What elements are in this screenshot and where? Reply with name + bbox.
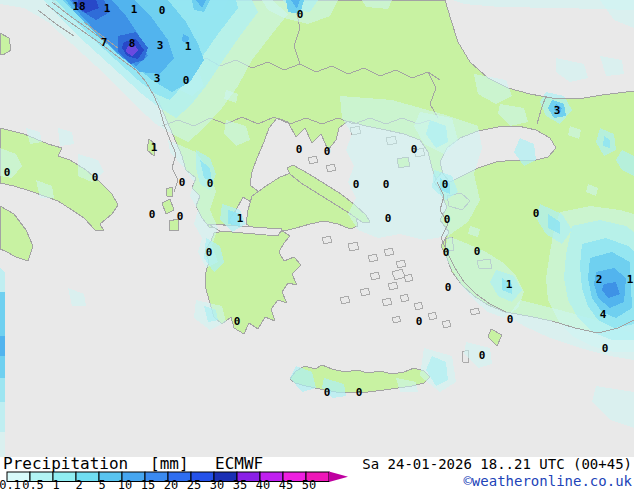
precip-value-label: 2: [596, 273, 603, 286]
precip-value-label: 1: [627, 273, 634, 286]
legend-tick-label: 40: [256, 478, 270, 490]
precip-value-label: 1: [506, 278, 513, 291]
legend-tick-label: 5: [98, 478, 105, 490]
precip-value-label: 0: [177, 210, 184, 223]
precip-value-label: 0: [179, 176, 186, 189]
legend-tick-label: 25: [187, 478, 201, 490]
legend-model: ECMWF: [215, 457, 263, 473]
precip-value-label: 0: [324, 386, 331, 399]
legend-tick-label: 15: [141, 478, 155, 490]
precipitation-map: 1811007831303100000000000001000002110400…: [0, 0, 634, 457]
precip-value-label: 0: [297, 8, 304, 21]
precip-value-label: 0: [183, 74, 190, 87]
legend-tick-label: 10: [118, 478, 132, 490]
precip-value-label: 0: [445, 281, 452, 294]
precip-value-label: 0: [206, 246, 213, 259]
precip-value-label: 0: [234, 315, 241, 328]
precip-value-label: 0: [383, 178, 390, 191]
precip-value-label: 0: [353, 178, 360, 191]
legend-tick-label: 35: [233, 478, 247, 490]
weather-map-page: 1811007831303100000000000001000002110400…: [0, 0, 634, 490]
precip-value-label: 0: [4, 166, 11, 179]
copyright-text: ©weatheronline.co.uk: [463, 473, 632, 489]
precip-value-label: 0: [479, 349, 486, 362]
precip-value-label: 0: [324, 145, 331, 158]
precip-value-label: 1: [185, 40, 192, 53]
precip-value-label: 0: [207, 177, 214, 190]
precip-value-label: 1: [237, 212, 244, 225]
precip-value-label: 1: [131, 3, 138, 16]
precip-value-label: 0: [159, 4, 166, 17]
precip-value-label: 0: [296, 143, 303, 156]
legend-tick-label: 50: [302, 478, 316, 490]
precip-value-label: 0: [356, 386, 363, 399]
precip-value-label: 3: [554, 104, 561, 117]
legend-footer: Precipitation [mm] ECMWF 0.10.5125101520…: [0, 457, 634, 490]
precip-value-label: 3: [154, 72, 161, 85]
precip-value-label: 18: [72, 0, 85, 13]
forecast-datetime: Sa 24-01-2026 18..21 UTC (00+45): [362, 457, 632, 472]
legend-tick-label: 0.1: [0, 478, 21, 490]
precip-value-label: 4: [600, 308, 607, 321]
precip-value-label: 0: [507, 313, 514, 326]
precip-value-label: 7: [101, 36, 108, 49]
legend-tick-label: 30: [210, 478, 224, 490]
precip-value-label: 0: [533, 207, 540, 220]
precip-value-label: 0: [444, 213, 451, 226]
precip-value-label: 0: [443, 246, 450, 259]
legend-tick-label: 45: [279, 478, 293, 490]
precip-value-label: 8: [129, 37, 136, 50]
precip-value-label: 1: [104, 2, 111, 15]
legend-tick-label: 20: [164, 478, 178, 490]
precip-value-label: 0: [474, 245, 481, 258]
precip-value-label: 3: [157, 39, 164, 52]
precip-value-label: 0: [411, 143, 418, 156]
precip-value-label: 0: [442, 178, 449, 191]
legend-tick-label: 1: [52, 478, 59, 490]
precip-value-label: 0: [385, 212, 392, 225]
island-lefkada: [166, 187, 173, 196]
legend-tick-label: 0.5: [22, 478, 44, 490]
legend-title: Precipitation: [3, 457, 128, 473]
precip-value-label: 0: [602, 342, 609, 355]
legend-tick-label: 2: [75, 478, 82, 490]
precip-value-label: 0: [149, 208, 156, 221]
precip-value-label: 1: [151, 141, 158, 154]
legend-unit: [mm]: [150, 457, 189, 473]
precip-value-label: 0: [416, 315, 423, 328]
precip-value-label: 0: [92, 171, 99, 184]
